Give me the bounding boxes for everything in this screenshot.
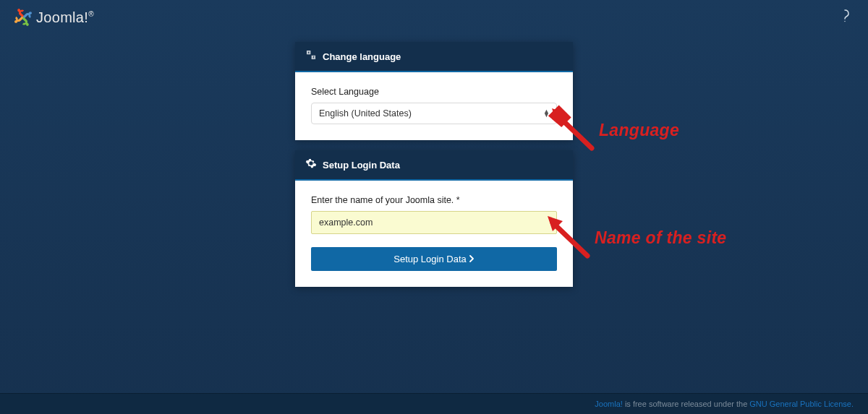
setup-login-body: Enter the name of your Joomla site. * Se… bbox=[295, 181, 573, 287]
setup-login-button-label: Setup Login Data bbox=[393, 254, 466, 264]
language-select[interactable]: English (United States) bbox=[311, 103, 557, 124]
language-icon bbox=[305, 49, 317, 64]
joomla-logo-icon bbox=[14, 9, 32, 26]
change-language-body: Select Language English (United States) … bbox=[295, 72, 573, 140]
brand-name: Joomla!® bbox=[36, 9, 94, 26]
site-name-input[interactable] bbox=[311, 211, 557, 234]
chevron-right-icon bbox=[469, 254, 475, 264]
language-select-wrap: English (United States) ▲▼ bbox=[311, 103, 557, 124]
change-language-header: Change language bbox=[295, 42, 573, 72]
footer-license-link[interactable]: GNU General Public License. bbox=[749, 400, 854, 408]
setup-login-card: Setup Login Data Enter the name of your … bbox=[295, 150, 573, 287]
change-language-card: Change language Select Language English … bbox=[295, 42, 573, 140]
site-name-label: Enter the name of your Joomla site. * bbox=[311, 195, 557, 205]
setup-login-title: Setup Login Data bbox=[323, 160, 400, 171]
setup-login-button[interactable]: Setup Login Data bbox=[311, 247, 557, 271]
setup-login-header: Setup Login Data bbox=[295, 150, 573, 181]
brand-logo: Joomla!® bbox=[14, 9, 94, 26]
svg-point-0 bbox=[844, 21, 845, 22]
installer-container: Change language Select Language English … bbox=[295, 42, 573, 287]
footer-brand-link[interactable]: Joomla! bbox=[595, 400, 623, 408]
gear-icon bbox=[305, 158, 317, 172]
annotation-language-label: Language bbox=[599, 121, 679, 140]
select-language-label: Select Language bbox=[311, 87, 557, 97]
footer: Joomla! is free software released under … bbox=[0, 393, 868, 414]
change-language-title: Change language bbox=[323, 51, 401, 62]
annotation-sitename-label: Name of the site bbox=[595, 228, 726, 248]
footer-text: Joomla! is free software released under … bbox=[595, 400, 854, 408]
help-icon[interactable] bbox=[836, 6, 854, 29]
header-bar: Joomla!® bbox=[0, 0, 868, 35]
